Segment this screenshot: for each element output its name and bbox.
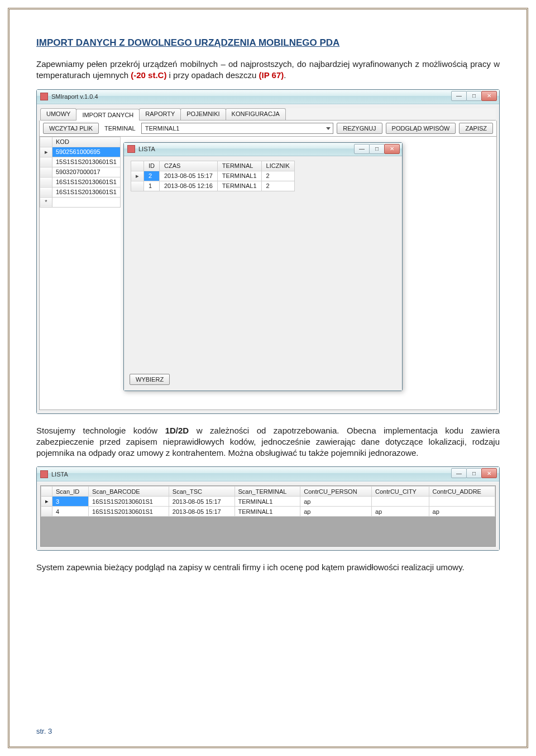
row-indicator[interactable] [41,507,52,517]
lista-grid[interactable]: ID CZAS TERMINAL LICZNIK ▸ 2 2013-08-05 … [131,161,295,191]
modal-icon [127,145,135,153]
para2-a: Stosujemy technologie kodów [36,426,165,435]
row-indicator[interactable] [40,167,52,177]
cell[interactable]: TERMINAL1 [234,497,300,507]
tab-konfiguracja[interactable]: KONFIGURACJA [226,108,286,120]
cancel-button[interactable]: REZYGNUJ [337,123,382,134]
app-window: SMIraport v.1.0.4 — □ ✕ UMOWY IMPORT DAN… [36,89,500,414]
kod-cell[interactable]: 5902561000695 [52,147,121,157]
modal-minimize-button[interactable]: — [354,144,370,154]
col-czas[interactable]: CZAS [160,161,218,171]
cell[interactable]: ap [300,507,372,517]
tab-pojemniki[interactable]: POJEMNIKI [180,108,226,120]
intro-para-1: Zapewniamy pełen przekrój urządzeń mobil… [36,59,500,81]
close-button[interactable]: ✕ [481,91,497,101]
lista2-minimize-button[interactable]: — [451,468,467,478]
lista2-icon [40,470,48,478]
cell-id[interactable]: 2 [144,171,160,181]
col-scan-id[interactable]: Scan_ID [52,487,89,497]
load-file-button[interactable]: WCZYTAJ PLIK [43,123,99,134]
cell[interactable]: 3 [52,497,89,507]
cell[interactable]: 16S1S1S20130601S1 [89,507,169,517]
row-indicator[interactable]: ▸ [41,497,52,507]
col-scan-terminal[interactable]: Scan_TERMINAL [234,487,300,497]
lista-window: LISTA — □ ✕ Scan_ID Scan_BARCODE Scan_TS… [36,466,500,551]
col-terminal[interactable]: TERMINAL [217,161,261,171]
lista2-grid-area: Scan_ID Scan_BARCODE Scan_TSC Scan_TERMI… [40,485,496,547]
cell[interactable]: 2013-08-05 15:17 [169,507,234,517]
minimize-button[interactable]: — [451,91,467,101]
col-kod[interactable]: KOD [52,137,121,147]
para2-bold: 1D/2D [165,426,189,435]
preview-button[interactable]: PODGLĄD WPISÓW [386,123,456,134]
select-button[interactable]: WYBIERZ [130,374,170,385]
cell[interactable]: 16S1S1S20130601S1 [89,497,169,507]
cell[interactable]: ap [429,507,495,517]
terminal-combo[interactable]: TERMINAL1 [141,123,334,134]
row-indicator[interactable] [131,181,144,191]
lista2-title: LISTA [51,471,68,478]
save-button[interactable]: ZAPISZ [459,123,493,134]
row-header-blank [40,137,52,147]
row-indicator[interactable] [40,177,52,187]
lista2-maximize-button[interactable]: □ [466,468,482,478]
lista2-grid[interactable]: Scan_ID Scan_BARCODE Scan_TSC Scan_TERMI… [41,486,495,545]
cell-licznik[interactable]: 2 [261,171,294,181]
para1-c: . [284,70,286,80]
cell[interactable]: 4 [52,507,89,517]
lista-rowhead-blank [131,161,144,171]
col-contrcu-addr[interactable]: ContrCU_ADDRE [429,487,495,497]
col-id[interactable]: ID [144,161,160,171]
maximize-button[interactable]: □ [466,91,482,101]
row-indicator[interactable]: ▸ [40,147,52,157]
app-title: SMIraport v.1.0.4 [51,93,98,100]
new-row-indicator[interactable]: * [40,197,52,207]
col-contrcu-person[interactable]: ContrCU_PERSON [300,487,372,497]
kod-cell[interactable]: 15S1S1S20130601S1 [52,157,121,167]
modal-close-button[interactable]: ✕ [384,144,400,154]
toolbar: WCZYTAJ PLIK TERMINAL TERMINAL1 REZYGNUJ… [39,121,497,137]
page-footer: str. 3 [36,727,52,735]
kod-cell-empty[interactable] [52,197,121,207]
cell[interactable]: ap [300,497,372,507]
row-indicator[interactable] [40,187,52,197]
lista-modal: LISTA — □ ✕ ID CZAS [123,142,403,391]
kod-grid[interactable]: KOD ▸5902561000695 15S1S1S20130601S1 590… [40,137,121,208]
row-indicator[interactable] [40,157,52,167]
tab-umowy[interactable]: UMOWY [40,108,76,120]
col-contrcu-city[interactable]: ContrCU_CITY [371,487,429,497]
page-heading: IMPORT DANYCH Z DOWOLNEGO URZĄDZENIA MOB… [36,37,500,49]
lista2-close-button[interactable]: ✕ [481,468,497,478]
tab-raporty[interactable]: RAPORTY [139,108,181,120]
modal-maximize-button[interactable]: □ [369,144,385,154]
kod-cell[interactable]: 5903207000017 [52,167,121,177]
kod-cell[interactable]: 16S1S1S20130601S1 [52,177,121,187]
col-scan-tsc[interactable]: Scan_TSC [169,487,234,497]
para1-red1: (-20 st.C) [131,70,166,80]
cell-licznik[interactable]: 2 [261,181,294,191]
cell-terminal[interactable]: TERMINAL1 [217,181,261,191]
row-indicator[interactable]: ▸ [131,171,144,181]
modal-titlebar[interactable]: LISTA — □ ✕ [124,143,402,156]
cell-id[interactable]: 1 [144,181,160,191]
cell[interactable]: ap [371,507,429,517]
cell[interactable] [429,497,495,507]
app-icon [40,93,48,100]
cell[interactable]: 2013-08-05 15:17 [169,497,234,507]
cell[interactable]: TERMINAL1 [234,507,300,517]
cell[interactable] [371,497,429,507]
cell-czas[interactable]: 2013-08-05 12:16 [160,181,218,191]
titlebar[interactable]: SMIraport v.1.0.4 — □ ✕ [37,90,499,104]
para1-b: i przy opadach deszczu [166,70,259,80]
cell-czas[interactable]: 2013-08-05 15:17 [160,171,218,181]
lista2-titlebar[interactable]: LISTA — □ ✕ [37,467,499,481]
kod-cell[interactable]: 16S1S1S20130601S1 [52,187,121,197]
tab-import-danych[interactable]: IMPORT DANYCH [76,109,140,121]
para1-red2: (IP 67) [259,70,284,80]
para-2: Stosujemy technologie kodów 1D/2D w zale… [36,425,500,459]
cell-terminal[interactable]: TERMINAL1 [217,171,261,181]
col-licznik[interactable]: LICZNIK [261,161,294,171]
lista2-rowhead-blank [41,487,52,497]
tab-bar: UMOWY IMPORT DANYCH RAPORTY POJEMNIKI KO… [40,108,496,121]
col-scan-barcode[interactable]: Scan_BARCODE [89,487,169,497]
